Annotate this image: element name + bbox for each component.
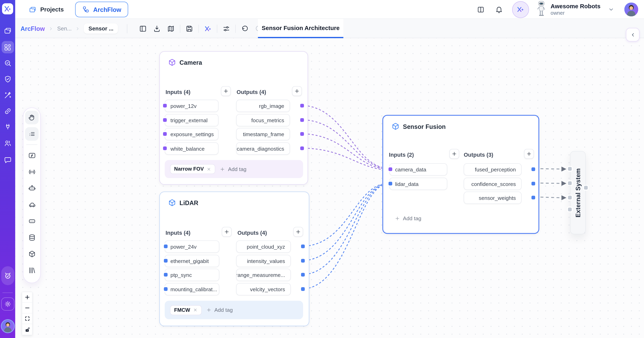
add-tag-button[interactable]: Add tag: [206, 307, 233, 313]
add-output-button[interactable]: [293, 227, 303, 237]
input-port[interactable]: [568, 181, 572, 185]
pan-tool-button[interactable]: [25, 111, 38, 124]
add-broadcast-node-button[interactable]: [25, 165, 38, 178]
sidebar-item-chat[interactable]: [0, 154, 15, 166]
output-port[interactable]: [300, 104, 304, 107]
save-button[interactable]: [184, 23, 194, 34]
add-input-button[interactable]: [450, 149, 459, 159]
sidebar-item-reminders[interactable]: [1, 266, 14, 285]
output-port[interactable]: [532, 196, 535, 199]
input-port[interactable]: [164, 287, 168, 291]
input-item[interactable]: ethernet_gigabit: [165, 255, 220, 267]
input-port[interactable]: [164, 273, 168, 277]
output-port[interactable]: [300, 146, 304, 150]
output-port[interactable]: [300, 132, 304, 136]
ai-generate-button[interactable]: [202, 23, 213, 34]
input-port[interactable]: [163, 132, 167, 136]
output-item[interactable]: confidence_scores: [464, 178, 522, 190]
add-tag-button[interactable]: Add tag: [395, 215, 421, 222]
zoom-in-button[interactable]: [22, 292, 32, 303]
output-item[interactable]: fused_perception: [464, 163, 522, 176]
input-item[interactable]: ptp_sync: [165, 269, 220, 281]
input-port[interactable]: [164, 245, 168, 248]
toggle-panels-button[interactable]: [477, 5, 484, 13]
sidebar-item-search[interactable]: [0, 57, 15, 69]
export-button[interactable]: [152, 23, 162, 34]
undo-button[interactable]: [240, 23, 250, 34]
add-input-button[interactable]: [222, 227, 232, 237]
output-item[interactable]: rgb_image: [236, 100, 290, 112]
input-item[interactable]: lidar_data: [390, 178, 447, 190]
add-tag-button[interactable]: Add tag: [220, 166, 246, 172]
output-port[interactable]: [301, 245, 305, 248]
app-logo[interactable]: [2, 3, 13, 14]
nav-archflow-button[interactable]: ArchFlow: [75, 1, 128, 17]
diagram-canvas[interactable]: Camera Inputs (4) Outputs (4) power_12v …: [15, 38, 644, 338]
add-component-node-button[interactable]: [25, 247, 38, 261]
input-item[interactable]: mounting_calibrat...: [165, 283, 220, 296]
input-item[interactable]: power_24v: [165, 240, 220, 253]
output-port[interactable]: [301, 273, 305, 277]
sidebar-item-team[interactable]: [0, 137, 15, 149]
sidebar-item-automation[interactable]: [0, 89, 15, 101]
add-database-node-button[interactable]: [25, 231, 38, 244]
node-lidar[interactable]: LiDAR Inputs (4) Outputs (4) power_24v e…: [159, 192, 309, 326]
add-interface-node-button[interactable]: [25, 214, 38, 228]
breadcrumb-project[interactable]: ArcFlow: [20, 25, 45, 32]
tag-chip[interactable]: Narrow FOV: [170, 164, 215, 174]
output-port[interactable]: [532, 167, 535, 171]
output-port[interactable]: [301, 287, 305, 291]
input-port[interactable]: [163, 104, 167, 107]
fit-view-button[interactable]: [22, 314, 32, 324]
input-item[interactable]: exposure_settings: [165, 128, 219, 140]
node-camera[interactable]: Camera Inputs (4) Outputs (4) power_12v …: [159, 51, 308, 185]
sidebar-item-boards[interactable]: [2, 41, 14, 53]
add-input-button[interactable]: [221, 86, 231, 96]
node-external-system[interactable]: External System: [570, 151, 586, 234]
minimap-button[interactable]: [166, 23, 176, 34]
user-avatar[interactable]: [624, 2, 638, 16]
input-port[interactable]: [568, 208, 572, 211]
theme-toggle-button[interactable]: [1, 298, 14, 311]
output-port[interactable]: [532, 182, 535, 185]
add-output-button[interactable]: [524, 149, 534, 159]
output-item[interactable]: focus_metrics: [236, 114, 290, 126]
input-port[interactable]: [163, 146, 167, 150]
input-port[interactable]: [568, 167, 572, 171]
settings-button[interactable]: [221, 23, 232, 34]
sidebar-item-projects[interactable]: [0, 24, 15, 37]
add-output-button[interactable]: [292, 86, 302, 96]
lock-canvas-button[interactable]: [22, 324, 32, 335]
remove-tag-icon[interactable]: [193, 308, 198, 312]
tab-sensor-fusion-architecture[interactable]: Sensor Fusion Architecture: [258, 19, 344, 38]
input-port[interactable]: [163, 118, 167, 122]
node-sensor-fusion[interactable]: Sensor Fusion Inputs (2) Outputs (3) cam…: [382, 115, 539, 234]
account-switcher[interactable]: Awesome Robots owner: [550, 3, 600, 16]
nav-projects[interactable]: Projects: [29, 0, 64, 19]
output-item[interactable]: intensity_values: [236, 255, 291, 267]
sidebar-item-links[interactable]: [0, 105, 15, 117]
add-robot-node-button[interactable]: [25, 181, 38, 195]
output-item[interactable]: sensor_weights: [464, 192, 522, 204]
output-item[interactable]: velcity_vectors: [236, 283, 291, 296]
output-item[interactable]: range_measureme...: [236, 269, 291, 281]
input-port[interactable]: [388, 167, 392, 171]
input-item[interactable]: trigger_external: [165, 114, 219, 126]
tag-chip[interactable]: FMCW: [170, 305, 202, 315]
sidebar-item-integrations[interactable]: [0, 121, 15, 133]
breadcrumb-parent[interactable]: Sen...: [57, 25, 72, 32]
add-function-node-button[interactable]: [25, 148, 38, 162]
input-port[interactable]: [568, 196, 572, 199]
output-item[interactable]: point_cloud_xyz: [236, 240, 291, 253]
sidebar-item-security[interactable]: [0, 73, 15, 85]
input-port[interactable]: [388, 182, 392, 185]
ai-assistant-button[interactable]: [512, 1, 529, 18]
input-port[interactable]: [164, 259, 168, 263]
list-view-button[interactable]: [25, 127, 38, 141]
output-port[interactable]: [584, 186, 588, 190]
sidebar-user-avatar[interactable]: [2, 320, 14, 332]
add-library-node-button[interactable]: [25, 263, 38, 277]
account-chevron[interactable]: [608, 6, 614, 13]
input-item[interactable]: white_balance: [165, 142, 219, 155]
zoom-out-button[interactable]: [22, 303, 32, 314]
